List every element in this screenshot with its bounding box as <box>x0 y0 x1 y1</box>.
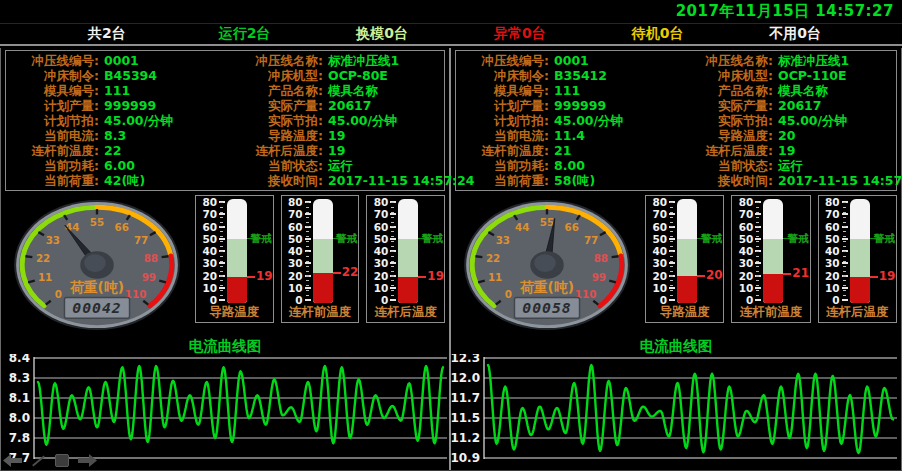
thermo-tick-label: 70 <box>646 208 667 220</box>
machine-panel-1: 冲压线编号:0001冲压线名称:标准冲压线1冲床制令:B45394冲床机型:OC… <box>1 48 451 470</box>
thermo-tick-label: 50 <box>732 233 753 245</box>
gauge-tick-label: 55 <box>90 216 104 228</box>
info-label: 接收时间: <box>666 173 778 188</box>
info-row: 冲压线编号:0001冲压线名称:标准冲压线1 <box>8 53 442 68</box>
info-label: 当前功耗: <box>458 158 554 173</box>
gauge-tick-label: 77 <box>134 234 148 246</box>
info-row: 冲压线编号:0001冲压线名称:标准冲压线1 <box>458 53 894 68</box>
info-row: 冲床制令:B45394冲床机型:OCP-80E <box>8 68 442 83</box>
info-label: 冲压线编号: <box>458 53 554 68</box>
info-panel: 冲压线编号:0001冲压线名称:标准冲压线1冲床制令:B45394冲床机型:OC… <box>5 50 445 191</box>
thermo-label: 导路温度 <box>196 304 273 321</box>
thermo-tick-label: 60 <box>732 221 753 233</box>
thermo-label: 连杆后温度 <box>819 304 896 321</box>
chart-svg: 8.48.38.18.07.87.7 <box>1 354 452 468</box>
gauge-tick-label: 88 <box>594 252 608 264</box>
gauge-tick-label: 88 <box>144 252 158 264</box>
thermo-tick-label: 20 <box>819 270 840 282</box>
gauge-tick-label: 55 <box>540 216 554 228</box>
warn-label: 警戒 <box>422 232 443 245</box>
chart-y-tick-label: 12.0 <box>451 371 480 385</box>
gauge-hub-highlight <box>534 254 556 272</box>
chart-y-tick-label: 8.3 <box>9 371 30 385</box>
thermo-tick-label: 30 <box>646 257 667 269</box>
dashboard: 冲压线编号:0001冲压线名称:标准冲压线1冲床制令:B45394冲床机型:OC… <box>0 48 902 471</box>
info-value: 20 <box>778 128 894 143</box>
thermo-value-pointer <box>783 273 791 275</box>
thermo-minor-ticks <box>391 202 394 300</box>
chart-y-tick-label: 10.9 <box>451 451 480 465</box>
chart-y-tick-label: 11.7 <box>451 391 480 405</box>
thermo-tick-label: 50 <box>646 233 667 245</box>
thermo-tube <box>227 199 247 303</box>
gauge-tick-label: 11 <box>38 271 52 283</box>
forward-arrow-icon[interactable] <box>78 454 97 467</box>
info-row: 当前功耗:8.00当前状态:运行 <box>458 158 894 173</box>
thermo-tick-label: 10 <box>367 282 388 294</box>
thermo-tick-label: 40 <box>819 245 840 257</box>
gauge-tick-label: 0 <box>505 288 512 300</box>
gauge-tick <box>159 281 166 283</box>
info-row: 当前电流:8.3导路温度:19 <box>8 128 442 143</box>
thermo-fill <box>398 277 418 303</box>
gauge-tick <box>28 281 35 283</box>
thermometer-0: 80706050403020100警戒19导路温度 <box>195 195 274 323</box>
info-value: 0001 <box>104 53 216 68</box>
gauge-tick-label: 44 <box>65 221 79 233</box>
gauge-tick-label: 77 <box>584 234 598 246</box>
thermo-tick-label: 30 <box>367 257 388 269</box>
status-item-4: 待机0台 <box>589 25 727 43</box>
back-arrow-icon[interactable] <box>3 454 22 467</box>
thermo-label: 连杆前温度 <box>282 304 359 321</box>
info-value: 8.3 <box>104 128 216 143</box>
thermo-tick-label: 10 <box>732 282 753 294</box>
thermo-value-pointer <box>870 276 878 278</box>
info-value: 19 <box>778 143 894 158</box>
gauge-tick <box>612 256 619 257</box>
gauge-title: 荷重(吨) <box>69 279 124 295</box>
info-value: 42(吨) <box>104 173 216 188</box>
info-label: 模具编号: <box>8 83 104 98</box>
thermo-tick-label: 30 <box>196 257 217 269</box>
thermo-value-pointer <box>697 275 705 277</box>
thermo-tube <box>763 199 783 303</box>
thermo-tick-label: 10 <box>196 282 217 294</box>
info-label: 产品名称: <box>216 83 328 98</box>
gauge-tick <box>25 256 32 257</box>
thermometer-0: 80706050403020100警戒20导路温度 <box>645 195 724 323</box>
warn-label: 警戒 <box>874 232 895 245</box>
info-value: 45.00/分钟 <box>104 113 216 128</box>
gauge-tick-label: 33 <box>496 234 510 246</box>
stop-square-icon[interactable] <box>55 454 69 467</box>
nav-toolbar <box>3 454 97 467</box>
thermo-tick-label: 20 <box>646 270 667 282</box>
thermo-label: 导路温度 <box>646 304 723 321</box>
thermo-minor-ticks <box>670 202 673 300</box>
current-line-chart: 12.312.011.711.511.210.9 <box>451 354 901 468</box>
info-row: 连杆前温度:22连杆后温度:19 <box>8 143 442 158</box>
current-chart-section: 电流曲线图 12.312.011.711.511.210.9 <box>451 338 901 469</box>
thermo-fill <box>763 274 783 303</box>
info-label: 实际产量: <box>666 98 778 113</box>
info-value: 20617 <box>328 98 442 113</box>
info-row: 当前功耗:6.00当前状态:运行 <box>8 158 442 173</box>
thermo-tick-label: 40 <box>646 245 667 257</box>
gauge-tick-label: 66 <box>115 221 129 233</box>
thermo-safe-zone <box>313 239 333 273</box>
pencil-icon[interactable] <box>32 455 45 466</box>
thermometer-2: 80706050403020100警戒19连杆后温度 <box>366 195 445 323</box>
info-value: 运行 <box>328 158 442 173</box>
thermo-tick-label: 30 <box>732 257 753 269</box>
thermo-tick-label: 30 <box>819 257 840 269</box>
warn-label: 警戒 <box>701 232 722 245</box>
gauge-tick-label: 0 <box>55 288 62 300</box>
thermo-tick-label: 40 <box>282 245 303 257</box>
thermo-tick-label: 30 <box>282 257 303 269</box>
chart-y-tick-label: 11.2 <box>451 431 480 445</box>
chart-svg: 12.312.011.711.511.210.9 <box>451 354 902 468</box>
info-value: OCP-110E <box>778 68 894 83</box>
status-item-1: 运行2台 <box>176 25 314 43</box>
info-value: 45.00/分钟 <box>778 113 894 128</box>
thermo-tick-label: 60 <box>646 221 667 233</box>
info-label: 当前荷重: <box>8 173 104 188</box>
